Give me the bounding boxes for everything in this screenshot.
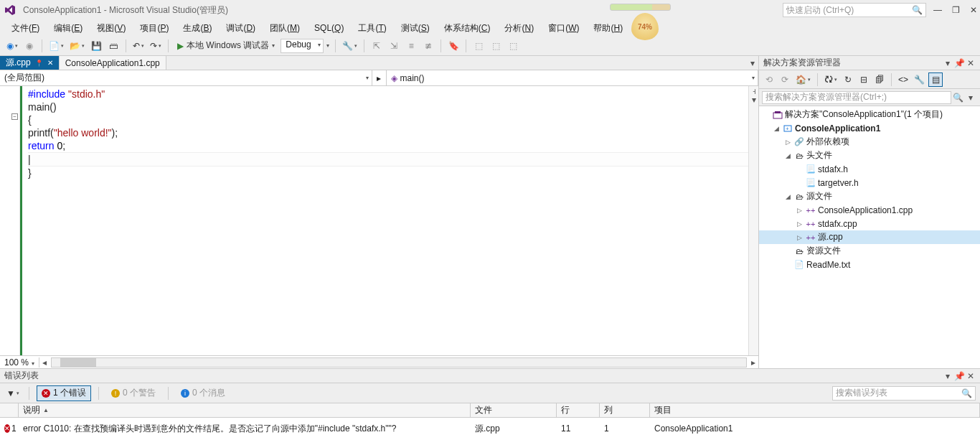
menu-item[interactable]: 生成(B) xyxy=(176,21,219,36)
expand-icon[interactable]: ▷ xyxy=(795,234,804,241)
overview-ruler[interactable]: ⫞ ▾ xyxy=(748,86,758,355)
bookmark-button[interactable]: 🔖 xyxy=(446,38,461,54)
menu-item[interactable]: 工具(T) xyxy=(351,21,393,36)
tree-row[interactable]: 解决方案"ConsoleApplication1"(1 个项目) xyxy=(759,108,980,121)
panel-close-button[interactable]: ✕ xyxy=(966,58,976,68)
col-project[interactable]: 项目 xyxy=(650,403,980,417)
menu-item[interactable]: 调试(D) xyxy=(219,21,263,36)
tree-row[interactable]: 🗁资源文件 xyxy=(759,244,980,258)
menu-item[interactable]: SQL(Q) xyxy=(307,22,351,34)
open-file-button[interactable]: 📂 xyxy=(67,38,87,54)
fwd-nav-icon[interactable]: ⟳ xyxy=(778,72,792,87)
menu-item[interactable]: 文件(F) xyxy=(4,21,47,36)
sync-icon[interactable]: 🗘 xyxy=(822,72,839,87)
preview-icon[interactable]: ▤ xyxy=(928,72,943,87)
col-icon[interactable] xyxy=(0,403,19,417)
quick-launch-input[interactable]: 快速启动 (Ctrl+Q) 🔍 xyxy=(783,3,926,17)
tb-btn-c[interactable]: ⬚ xyxy=(505,38,521,54)
step-over-button[interactable]: ⇲ xyxy=(386,38,402,54)
menu-item[interactable]: 编辑(E) xyxy=(47,21,90,36)
close-button[interactable]: ✕ xyxy=(970,5,977,15)
home-icon[interactable]: 🏠 xyxy=(793,72,813,87)
close-icon[interactable]: ✕ xyxy=(47,59,53,67)
tb-btn-a[interactable]: ⬚ xyxy=(471,38,486,54)
tree-row[interactable]: ◢+ConsoleApplication1 xyxy=(759,121,980,135)
save-all-button[interactable]: 🗃 xyxy=(105,38,121,54)
menu-item[interactable]: 窗口(W) xyxy=(541,21,586,36)
expand-icon[interactable]: ▷ xyxy=(783,139,792,146)
expand-icon[interactable]: ▷ xyxy=(795,220,804,228)
pin-icon[interactable]: 📍 xyxy=(35,60,43,67)
panel-menu-button[interactable]: ▾ xyxy=(943,58,953,68)
back-button[interactable]: ◉ xyxy=(4,38,20,54)
fold-button[interactable]: − xyxy=(11,113,18,120)
minimize-button[interactable]: — xyxy=(933,5,942,15)
expand-icon[interactable]: ◢ xyxy=(772,125,781,132)
menu-item[interactable]: 团队(M) xyxy=(263,21,307,36)
horizontal-scrollbar[interactable] xyxy=(51,357,747,368)
start-debug-button[interactable]: ▶ 本地 Windows 调试器 ▾ xyxy=(173,38,279,54)
show-all-icon[interactable]: 🗐 xyxy=(872,72,887,87)
zoom-combo[interactable]: 100 % xyxy=(0,357,39,368)
solution-tree[interactable]: 解决方案"ConsoleApplication1"(1 个项目)◢+Consol… xyxy=(759,106,980,368)
pin-icon[interactable]: 📌 xyxy=(954,371,964,381)
save-button[interactable]: 💾 xyxy=(88,38,104,54)
menu-item[interactable]: 测试(S) xyxy=(394,21,437,36)
tree-row[interactable]: ▷++ConsoleApplication1.cpp xyxy=(759,203,980,217)
refresh-icon[interactable]: ↻ xyxy=(841,72,855,87)
maximize-button[interactable]: ❐ xyxy=(952,5,960,15)
undo-button[interactable]: ↶ xyxy=(131,38,146,54)
find-button[interactable]: 🔧 xyxy=(340,38,359,54)
col-line[interactable]: 行 xyxy=(557,403,600,417)
uncomment-button[interactable]: ≢ xyxy=(420,38,436,54)
search-icon[interactable]: 🔍 xyxy=(951,93,964,103)
tree-row[interactable]: 📃stdafx.h xyxy=(759,162,980,176)
comment-button[interactable]: ≡ xyxy=(403,38,419,54)
tb-btn-b[interactable]: ⬚ xyxy=(488,38,504,54)
search-options-button[interactable]: ▾ xyxy=(964,93,977,103)
code-editor[interactable]: − #include "stdio.h"main(){printf("hello… xyxy=(0,86,758,355)
new-project-button[interactable]: 📄 xyxy=(47,38,66,54)
expand-icon[interactable]: ◢ xyxy=(783,152,792,159)
scroll-right-button[interactable]: ▸ xyxy=(748,357,758,368)
solution-search-input[interactable]: 搜索解决方案资源管理器(Ctrl+;) xyxy=(762,91,951,104)
pin-icon[interactable]: 📌 xyxy=(954,58,964,68)
collapse-icon[interactable]: ⊟ xyxy=(857,72,871,87)
tree-row[interactable]: ▷🔗外部依赖项 xyxy=(759,135,980,149)
redo-button[interactable]: ↷ xyxy=(148,38,164,54)
tree-row[interactable]: 📃targetver.h xyxy=(759,176,980,189)
expand-icon[interactable]: ▷ xyxy=(795,207,804,214)
error-row[interactable]: ✕1error C1010: 在查找预编译头时遇到意外的文件结尾。是否忘记了向源… xyxy=(0,418,980,439)
menu-item[interactable]: 帮助(H) xyxy=(586,21,630,36)
menu-item[interactable]: 视图(V) xyxy=(90,21,133,36)
col-description[interactable]: 说明▲ xyxy=(19,403,471,417)
tree-row[interactable]: 📄ReadMe.txt xyxy=(759,258,980,271)
warnings-filter[interactable]: !0 个警告 xyxy=(106,385,161,401)
menu-item[interactable]: 体系结构(C) xyxy=(437,21,498,36)
expand-icon[interactable]: ◢ xyxy=(783,193,792,200)
tree-row[interactable]: ▷++源.cpp xyxy=(759,230,980,244)
error-search-input[interactable]: 搜索错误列表🔍 xyxy=(832,386,976,401)
scope-combo[interactable]: (全局范围) xyxy=(0,70,372,85)
panel-close-button[interactable]: ✕ xyxy=(966,371,976,381)
tree-row[interactable]: ◢🗁源文件 xyxy=(759,189,980,203)
tree-row[interactable]: ◢🗁头文件 xyxy=(759,149,980,162)
step-into-button[interactable]: ⇱ xyxy=(369,38,385,54)
properties-icon[interactable]: 🔧 xyxy=(912,72,927,87)
member-combo[interactable]: ◈main() xyxy=(387,70,759,85)
nav-split-button[interactable]: ▸ xyxy=(372,70,387,85)
scroll-left-button[interactable]: ◂ xyxy=(39,357,50,368)
editor-tab[interactable]: ConsoleApplication1.cpp xyxy=(60,56,166,70)
back-nav-icon[interactable]: ⟲ xyxy=(762,72,776,87)
errors-filter[interactable]: ✕1 个错误 xyxy=(37,385,91,401)
tree-row[interactable]: ▷++stdafx.cpp xyxy=(759,217,980,230)
col-column[interactable]: 列 xyxy=(600,403,650,417)
messages-filter[interactable]: i0 个消息 xyxy=(176,385,230,401)
panel-menu-button[interactable]: ▾ xyxy=(943,371,953,381)
editor-tab[interactable]: 源.cpp📍✕ xyxy=(0,56,60,70)
menu-item[interactable]: 项目(P) xyxy=(133,21,176,36)
col-file[interactable]: 文件 xyxy=(471,403,557,417)
menu-item[interactable]: 分析(N) xyxy=(497,21,541,36)
tabs-dropdown-button[interactable]: ▾ xyxy=(747,56,758,70)
forward-button[interactable]: ◉ xyxy=(22,38,37,54)
